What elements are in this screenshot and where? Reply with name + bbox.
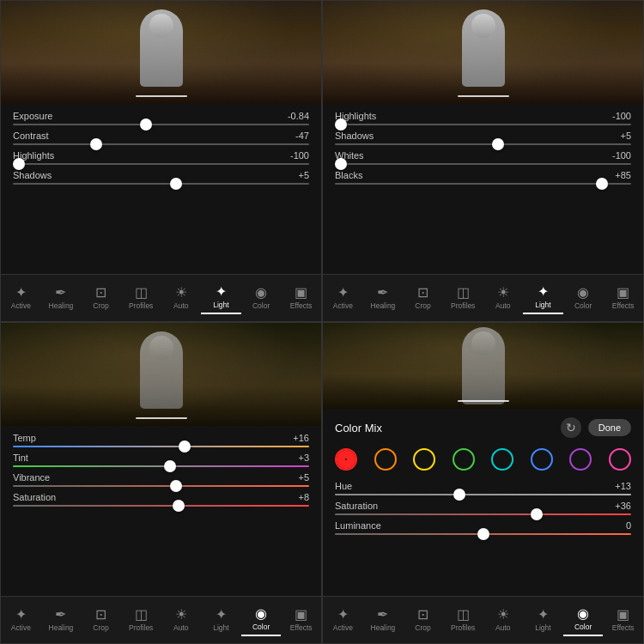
tool-auto-tl[interactable]: ☀ Auto	[161, 283, 202, 313]
effects-label-tl: Effects	[290, 301, 313, 310]
tool-active-br[interactable]: ✦ Active	[323, 605, 363, 635]
tool-effects-br[interactable]: ▣ Effects	[603, 605, 643, 635]
sliders-tr: Highlights -100 Shadows +5	[323, 104, 643, 274]
tool-color-bl[interactable]: ◉ Color	[241, 604, 282, 636]
tool-auto-tr[interactable]: ☀ Auto	[483, 283, 524, 313]
label-exposure: Exposure	[13, 111, 52, 121]
track-highlights-tr[interactable]	[335, 124, 631, 125]
tool-crop-tl[interactable]: ⊡ Crop	[81, 283, 121, 313]
thumb-exposure[interactable]	[140, 118, 152, 131]
white-line-tl	[136, 95, 187, 97]
color-circle-purple[interactable]	[569, 448, 592, 471]
crop-label-bl: Crop	[93, 623, 108, 632]
track-saturation-bl[interactable]	[13, 505, 309, 507]
tool-auto-bl[interactable]: ☀ Auto	[161, 605, 202, 635]
track-highlights[interactable]	[13, 163, 309, 165]
thumb-hue[interactable]	[453, 489, 465, 501]
value-shadows-tr: +5	[620, 131, 631, 141]
tool-healing-br[interactable]: ✒ Healing	[363, 605, 404, 635]
tool-healing-tr[interactable]: ✒ Healing	[363, 283, 404, 313]
color-circle-red[interactable]	[335, 448, 357, 471]
value-luminance: 0	[626, 520, 631, 531]
light-icon-bl: ✦	[216, 608, 227, 622]
thumb-shadows[interactable]	[170, 178, 182, 190]
crop-icon-bl: ⊡	[95, 608, 106, 622]
light-label-bl: Light	[213, 623, 228, 632]
tool-color-tl[interactable]: ◉ Color	[241, 283, 282, 313]
slider-tint: Tint +3	[13, 453, 309, 467]
active-label-bl: Active	[11, 623, 31, 632]
track-saturation-br[interactable]	[335, 513, 631, 515]
track-shadows-tr[interactable]	[335, 143, 631, 145]
thumb-vibrance[interactable]	[170, 480, 182, 492]
slider-blacks-tr: Blacks +85	[335, 170, 631, 185]
color-mix-title: Color Mix	[335, 422, 382, 434]
tool-effects-tr[interactable]: ▣ Effects	[603, 283, 643, 313]
value-exposure: -0.84	[288, 111, 309, 121]
tool-light-tr[interactable]: ✦ Light	[523, 282, 563, 314]
thumb-blacks-tr[interactable]	[596, 178, 608, 190]
thumb-luminance[interactable]	[477, 528, 489, 540]
track-vibrance[interactable]	[13, 485, 309, 487]
tool-color-tr[interactable]: ◉ Color	[563, 283, 604, 313]
color-mix-refresh[interactable]: ↻	[561, 417, 581, 438]
tool-active-bl[interactable]: ✦ Active	[1, 605, 41, 635]
track-tint[interactable]	[13, 465, 309, 467]
tool-healing-tl[interactable]: ✒ Healing	[41, 283, 82, 313]
color-circle-pink[interactable]	[609, 448, 631, 471]
thumb-whites-tr[interactable]	[335, 158, 347, 170]
thumb-highlights[interactable]	[13, 158, 25, 170]
auto-icon-tr: ☀	[497, 286, 509, 300]
tool-active-tl[interactable]: ✦ Active	[1, 283, 41, 313]
track-whites-tr[interactable]	[335, 163, 631, 165]
color-circle-blue[interactable]	[531, 448, 553, 471]
profiles-icon-br: ◫	[457, 608, 470, 622]
tool-effects-bl[interactable]: ▣ Effects	[281, 605, 321, 635]
track-blacks-tr[interactable]	[335, 183, 631, 185]
color-circle-orange[interactable]	[374, 448, 397, 471]
color-circle-cyan[interactable]	[491, 448, 513, 471]
sliders-bl: Temp +16 Tint +3 Vibranc	[1, 426, 321, 596]
tool-active-tr[interactable]: ✦ Active	[323, 283, 363, 313]
thumb-highlights-tr[interactable]	[335, 118, 347, 131]
done-button[interactable]: Done	[588, 419, 631, 436]
tool-auto-br[interactable]: ☀ Auto	[483, 605, 524, 635]
white-line-bl	[136, 417, 187, 419]
tool-effects-tl[interactable]: ▣ Effects	[281, 283, 321, 313]
auto-icon-tl: ☀	[175, 286, 187, 300]
tool-profiles-bl[interactable]: ◫ Profiles	[121, 605, 161, 635]
figure-tr	[458, 9, 509, 95]
panel-bottom-right: Color Mix ↻ Done H	[322, 322, 644, 644]
tool-healing-bl[interactable]: ✒ Healing	[41, 605, 82, 635]
thumb-temp[interactable]	[179, 440, 191, 453]
color-circle-yellow[interactable]	[413, 448, 435, 471]
value-saturation-bl: +8	[298, 492, 309, 502]
track-luminance[interactable]	[335, 533, 631, 535]
track-exposure[interactable]	[13, 124, 309, 125]
tool-light-tl[interactable]: ✦ Light	[201, 282, 241, 314]
tool-profiles-br[interactable]: ◫ Profiles	[443, 605, 483, 635]
track-contrast[interactable]	[13, 143, 309, 145]
thumb-saturation-bl[interactable]	[173, 500, 185, 512]
tool-light-br[interactable]: ✦ Light	[523, 605, 563, 635]
thumb-shadows-tr[interactable]	[492, 138, 504, 150]
track-hue[interactable]	[335, 494, 631, 495]
track-temp[interactable]	[13, 446, 309, 447]
tool-profiles-tr[interactable]: ◫ Profiles	[443, 283, 483, 313]
tool-light-bl[interactable]: ✦ Light	[201, 605, 241, 635]
track-shadows[interactable]	[13, 183, 309, 185]
thumb-contrast[interactable]	[90, 138, 102, 150]
tool-profiles-tl[interactable]: ◫ Profiles	[121, 283, 161, 313]
label-blacks-tr: Blacks	[335, 170, 362, 180]
color-circle-green[interactable]	[453, 448, 475, 471]
tool-crop-br[interactable]: ⊡ Crop	[403, 605, 443, 635]
white-line-tr	[458, 95, 509, 97]
color-label-tr: Color	[574, 301, 592, 310]
tool-crop-tr[interactable]: ⊡ Crop	[403, 283, 443, 313]
active-label-tr: Active	[333, 301, 353, 310]
thumb-saturation-br[interactable]	[531, 508, 543, 520]
tool-crop-bl[interactable]: ⊡ Crop	[81, 605, 121, 635]
thumb-tint[interactable]	[164, 460, 176, 472]
tool-color-br[interactable]: ◉ Color	[563, 604, 604, 636]
active-icon-bl: ✦	[15, 608, 27, 622]
